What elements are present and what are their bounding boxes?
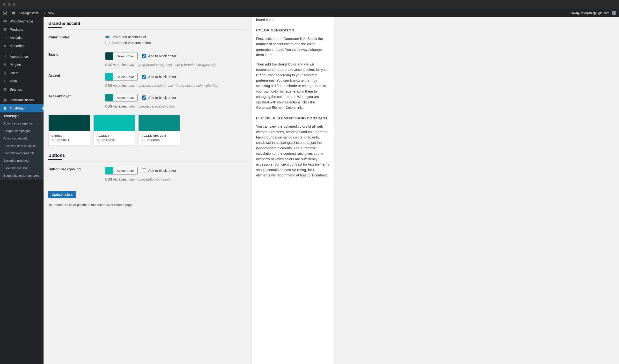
svg-point-8 [4, 88, 5, 89]
admin-sidebar: WooCommerceProductsAnalyticsMarketingApp… [0, 17, 43, 364]
add-to-editor-check-brand-1[interactable]: Add to block editor [142, 75, 176, 79]
chart-icon [3, 36, 7, 40]
home-icon [12, 11, 15, 15]
color-picker-brand-2[interactable]: Select Color [105, 94, 138, 101]
radio-color-model-0[interactable]: Brand and accent color [105, 35, 247, 39]
sidebar-item-woocommerce[interactable]: WooCommerce [0, 17, 43, 25]
wrench-icon [3, 79, 7, 84]
divider [48, 161, 247, 161]
sidebar-item-label: Users [10, 71, 19, 75]
sidebar-item-label: Plugins [10, 63, 21, 67]
svg-point-10 [4, 90, 5, 91]
person-icon [3, 71, 7, 75]
color-picker-buttons-0[interactable]: Select Color [105, 167, 138, 174]
sidebar-item-plugins[interactable]: Plugins [0, 61, 43, 69]
submenu-item-business-data-analytics[interactable]: Business data analytics [0, 142, 43, 150]
color-picker-brand-0[interactable]: Select Color [105, 52, 138, 60]
window-titlebar [0, 0, 619, 9]
sidebar-item-label: Products [10, 28, 23, 31]
svg-rect-12 [5, 98, 7, 100]
submenu-item-free-shipping-bar[interactable]: Free shipping bar [0, 165, 43, 172]
brush-icon [3, 54, 7, 59]
plug-icon [3, 63, 7, 67]
avatar[interactable] [612, 11, 616, 15]
checkbox-label: Add to block editor [148, 96, 176, 99]
swatch-fill [139, 115, 180, 131]
traffic-light-min[interactable] [8, 3, 11, 6]
svg-rect-13 [4, 100, 5, 101]
new-content-link[interactable]: New [42, 11, 54, 15]
select-color-button[interactable]: Select Color [113, 53, 137, 60]
sidebar-item-products[interactable]: Products [0, 25, 43, 34]
color-swatches-row: BRAND Bg: #034641 ACCENT Bg: #0ABEB4 ACC… [48, 114, 247, 145]
sidebar-item-appearance[interactable]: Appearance [0, 53, 43, 61]
submenu-item-sequential-order-numbers[interactable]: Sequential order numbers [0, 172, 43, 180]
checkbox-input[interactable] [142, 54, 146, 58]
swatch-fill [49, 115, 90, 131]
submenu-item-advanced-emails[interactable]: Advanced emails [0, 135, 43, 142]
select-color-button[interactable]: Select Color [113, 73, 137, 81]
sidebar-item-label: GenerateBlocks [10, 98, 34, 102]
add-to-editor-check-buttons-0[interactable]: Add to block editor [142, 168, 176, 173]
footer: Update colors To update the color palett… [48, 188, 247, 213]
sidebar-item-label: Marketing [10, 44, 24, 48]
sidebar-item-tools[interactable]: Tools [0, 77, 43, 85]
svg-rect-14 [5, 100, 7, 101]
thisplugin-icon [3, 106, 7, 111]
submenu-item-thisplugin[interactable]: ThisPlugin [0, 112, 43, 120]
help-p1: First, click on the Generator link. Sele… [256, 36, 329, 58]
site-name: Thisplugin.com [17, 11, 38, 15]
field-label-brand-2: Accent:hover [48, 94, 105, 98]
update-colors-button[interactable]: Update colors [48, 191, 76, 198]
plus-icon [42, 11, 46, 15]
sidebar-item-label: Settings [10, 87, 22, 91]
traffic-light-max[interactable] [13, 3, 15, 6]
wp-admin-bar: Thisplugin.com New Howdy, info@thisplugi… [0, 9, 619, 17]
sidebar-item-settings[interactable]: Settings [0, 85, 43, 94]
swatch-name: ACCENT:HOVER [141, 134, 177, 138]
radio-input[interactable] [105, 41, 110, 45]
sidebar-item-analytics[interactable]: Analytics [0, 34, 43, 42]
sidebar-item-users[interactable]: Users [0, 69, 43, 77]
add-to-editor-check-brand-0[interactable]: Add to block editor [142, 54, 176, 58]
radio-label: Brand and accent color [112, 35, 146, 39]
site-name-link[interactable]: Thisplugin.com [12, 11, 38, 15]
swatch-bg: Bg: #0ABEB4 [97, 139, 132, 142]
section-title-buttons: Buttons [48, 153, 247, 160]
footer-note: To update the color palette in the color… [48, 203, 247, 207]
radio-input[interactable] [105, 35, 110, 39]
new-label: New [48, 11, 54, 15]
color-picker-brand-1[interactable]: Select Color [105, 73, 138, 81]
swatch-card-0: BRAND Bg: #034641 [48, 114, 90, 145]
checkbox-input[interactable] [142, 96, 146, 100]
submenu-item-discontinued-products[interactable]: Discontinued products [0, 150, 43, 157]
swatch-name: ACCENT [97, 134, 132, 138]
select-color-button[interactable]: Select Color [113, 94, 137, 101]
svg-rect-6 [6, 36, 7, 39]
sidebar-item-generateblocks[interactable]: GenerateBlocks [0, 96, 43, 104]
traffic-light-close[interactable] [3, 3, 6, 6]
add-to-editor-check-brand-2[interactable]: Add to block editor [142, 96, 176, 100]
submenu-item-excluded-products[interactable]: Excluded products [0, 157, 43, 165]
checkbox-input[interactable] [142, 168, 146, 173]
divider [48, 29, 247, 29]
svg-point-7 [4, 71, 6, 73]
checkbox-input[interactable] [142, 75, 146, 79]
color-swatch [105, 94, 113, 101]
radio-color-model-1[interactable]: Brand and 2 accent colors [105, 41, 247, 45]
archive-icon [3, 27, 7, 32]
wp-logo[interactable] [3, 11, 7, 15]
submenu-item-coupon-campaigns[interactable]: Coupon campaigns [0, 127, 43, 135]
field-label-brand-1: Accent [48, 73, 105, 77]
sidebar-item-label: Analytics [10, 36, 23, 40]
color-swatch [105, 53, 113, 60]
help-p2: Then add the Brand Color and we will rec… [256, 62, 329, 111]
svg-rect-5 [5, 37, 5, 39]
svg-rect-2 [4, 28, 7, 29]
svg-point-9 [5, 89, 6, 90]
select-color-button[interactable]: Select Color [113, 167, 137, 174]
howdy-text[interactable]: Howdy, info@thisplugin.com [570, 11, 609, 15]
sidebar-item-thisplugin[interactable]: ThisPlugin [0, 104, 43, 112]
sidebar-item-marketing[interactable]: Marketing [0, 42, 43, 50]
submenu-item-advanced-categories[interactable]: Advanced categories [0, 120, 43, 127]
